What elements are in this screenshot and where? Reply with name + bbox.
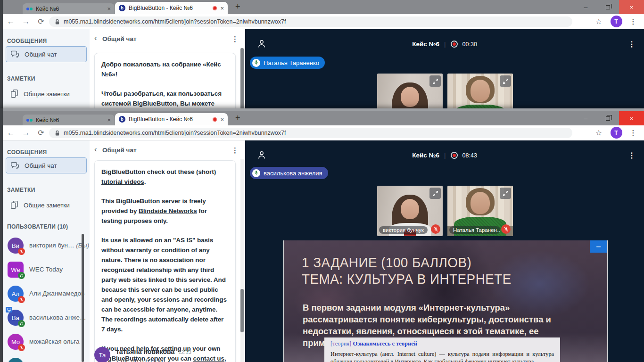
- titlebar[interactable]: Кейс №6 × b BigBlueButton - Кейс №6 × + …: [0, 111, 644, 125]
- window-frame-edge: [0, 108, 3, 362]
- chat-back-icon[interactable]: ‹: [94, 33, 97, 43]
- minimize-presentation-button[interactable]: –: [590, 240, 607, 253]
- meeting-title: Кейс №6: [412, 41, 439, 48]
- new-tab-button[interactable]: +: [235, 113, 240, 123]
- notes-icon: [10, 89, 19, 99]
- talking-indicator[interactable]: Наталья Тараненко: [250, 57, 325, 69]
- back-icon[interactable]: ←: [5, 14, 17, 29]
- slide-title: 1 ЗАДАНИЕ (100 БАЛЛОВ) ТЕМА: КУЛЬТУРА В …: [302, 255, 512, 288]
- tab-keis[interactable]: Кейс №6 ×: [23, 3, 115, 14]
- record-time: 08:43: [462, 152, 477, 159]
- record-indicator-icon[interactable]: [451, 41, 458, 48]
- titlebar[interactable]: Кейс №6 × b BigBlueButton - Кейс №6 × + …: [0, 0, 644, 14]
- window-close-button[interactable]: ×: [619, 111, 644, 125]
- tab-bigbluebutton[interactable]: b BigBlueButton - Кейс №6 ×: [115, 2, 228, 14]
- chat-title: Общий чат: [102, 147, 137, 154]
- bookmark-star-icon[interactable]: ☆: [592, 14, 605, 29]
- chat-bubbles-icon: [10, 50, 20, 58]
- tab-close-icon[interactable]: ×: [107, 116, 111, 123]
- tab-close-icon[interactable]: ×: [107, 5, 111, 12]
- screenshare-icon: [6, 307, 12, 313]
- options-menu-icon[interactable]: ⋮: [628, 40, 636, 49]
- slide-theory-box: [теория] Ознакомьтесь с теорией Интернет…: [324, 337, 560, 362]
- chat-scrollbar: [240, 159, 244, 362]
- header-divider: |: [444, 152, 446, 159]
- tab-keis[interactable]: Кейс №6 ×: [23, 115, 115, 125]
- fullscreen-icon[interactable]: [429, 188, 441, 199]
- meeting-header: Кейс №6 | 08:43: [245, 152, 644, 159]
- lock-icon: [55, 19, 60, 25]
- forward-icon[interactable]: →: [20, 125, 32, 140]
- header-divider: |: [444, 41, 446, 48]
- back-icon[interactable]: ←: [5, 125, 17, 140]
- options-menu-icon[interactable]: ⋮: [628, 151, 636, 160]
- tab-favicon-dots: [26, 118, 33, 123]
- webcam-tile[interactable]: [377, 74, 443, 109]
- tutorial-videos-link[interactable]: tutorial videos: [101, 178, 144, 185]
- webcam-tile[interactable]: виктория бунчук: [377, 186, 443, 236]
- address-bar[interactable]: m055.rna1.blindsidenetworks.com/html5cli…: [49, 128, 572, 138]
- screen: Кейс №6 × b BigBlueButton - Кейс №6 × + …: [0, 0, 644, 362]
- window-close-button[interactable]: ×: [619, 0, 644, 14]
- sidebar-item-label: Общий чат: [25, 162, 57, 169]
- browser-menu-icon[interactable]: ⋮: [627, 125, 639, 140]
- chat-back-icon[interactable]: ‹: [94, 145, 97, 154]
- sidebar-item-public-chat[interactable]: Общий чат: [6, 46, 87, 62]
- user-list-item[interactable]: Ал Али Джанмамедов: [3, 286, 88, 306]
- talking-indicator[interactable]: василькова анжелия: [250, 167, 328, 179]
- meeting-header: Кейс №6 | 00:30: [245, 41, 644, 48]
- webcam-tile[interactable]: [447, 74, 513, 109]
- chat-menu-icon[interactable]: ⋮: [231, 35, 239, 43]
- bbb-app: СООБЩЕНИЯ Общий чат ЗАМЕТКИ Общие заметк…: [0, 140, 644, 362]
- tab-close-icon[interactable]: ×: [220, 116, 224, 123]
- welcome-paragraph: Its use is allowed on an "AS IS" basis w…: [101, 235, 229, 334]
- tab-bigbluebutton[interactable]: b BigBlueButton - Кейс №6 ×: [115, 113, 228, 125]
- sidebar-item-shared-notes[interactable]: Общие заметки: [6, 197, 87, 213]
- browser-menu-icon[interactable]: ⋮: [627, 14, 639, 29]
- chat-menu-icon[interactable]: ⋮: [231, 146, 239, 155]
- tab-close-icon[interactable]: ×: [220, 5, 224, 12]
- message-avatar: Та: [94, 347, 110, 362]
- webcam-tile[interactable]: Наталья Таранен…: [447, 186, 513, 236]
- forward-icon[interactable]: →: [20, 14, 32, 29]
- window-minimize-button[interactable]: –: [575, 0, 597, 14]
- window-restore-button[interactable]: [597, 0, 619, 14]
- tab-title: BigBlueButton - Кейс №6: [129, 5, 209, 11]
- fullscreen-icon[interactable]: [500, 75, 511, 87]
- profile-avatar[interactable]: T: [609, 14, 623, 29]
- user-avatar: We: [8, 262, 24, 278]
- fullscreen-icon[interactable]: [500, 188, 511, 199]
- profile-avatar[interactable]: T: [609, 125, 623, 140]
- welcome-paragraph: BigBlueButton check out these (short) tu…: [101, 167, 229, 187]
- fullscreen-icon[interactable]: [429, 75, 441, 87]
- chat-scrollbar-thumb[interactable]: [240, 289, 244, 332]
- reload-icon[interactable]: ⟳: [35, 125, 47, 140]
- sidebar-item-public-chat[interactable]: Общий чат: [6, 157, 87, 173]
- record-indicator-icon[interactable]: [451, 152, 458, 159]
- user-avatar: Ва: [8, 310, 24, 326]
- user-list-item[interactable]: We WEC Today: [3, 262, 88, 282]
- restore-icon: [606, 116, 610, 121]
- window-restore-button[interactable]: [597, 111, 619, 125]
- address-bar[interactable]: m055.rna1.blindsidenetworks.com/html5cli…: [49, 16, 572, 27]
- bookmark-star-icon[interactable]: ☆: [592, 125, 605, 140]
- talker-name: Наталья Тараненко: [264, 59, 319, 66]
- reload-icon[interactable]: ⟳: [35, 14, 47, 29]
- window-minimize-button[interactable]: –: [575, 111, 597, 125]
- user-list-item[interactable]: [3, 358, 88, 362]
- chat-scrollbar-thumb[interactable]: [240, 48, 244, 109]
- sidebar-item-shared-notes[interactable]: Общие заметки: [6, 86, 87, 102]
- mic-icon: [252, 169, 260, 177]
- user-list-item[interactable]: Ва василькова анже…: [3, 310, 88, 330]
- users-scrollbar-thumb[interactable]: [82, 234, 84, 362]
- nav-panel: СООБЩЕНИЯ Общий чат ЗАМЕТКИ Общие заметк…: [3, 29, 90, 109]
- user-list-item[interactable]: Мо можайская ольга: [3, 334, 88, 354]
- welcome-message-card: BigBlueButton check out these (short) tu…: [94, 160, 236, 362]
- blindside-networks-link[interactable]: Blindside Networks: [139, 207, 197, 214]
- mic-icon: [252, 59, 260, 67]
- browser-window-back: Кейс №6 × b BigBlueButton - Кейс №6 × + …: [0, 0, 644, 109]
- welcome-message-card: Добро пожаловать на собрание «Кейс №6»! …: [94, 53, 236, 109]
- new-tab-button[interactable]: +: [235, 2, 240, 12]
- muted-mic-icon: [18, 296, 25, 303]
- user-list-item[interactable]: Ви виктория бун… (Вы): [3, 238, 88, 258]
